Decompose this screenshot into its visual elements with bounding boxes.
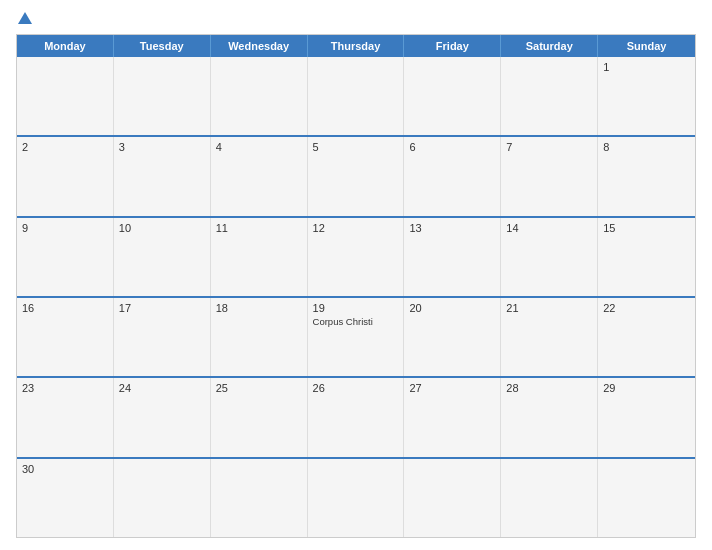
day-number: 17 <box>119 302 205 314</box>
day-number: 28 <box>506 382 592 394</box>
day-number: 5 <box>313 141 399 153</box>
cal-cell-5-4 <box>404 459 501 537</box>
day-number: 6 <box>409 141 495 153</box>
day-number: 4 <box>216 141 302 153</box>
day-number: 23 <box>22 382 108 394</box>
cal-cell-4-0: 23 <box>17 378 114 456</box>
day-number: 14 <box>506 222 592 234</box>
logo-triangle-icon <box>18 12 32 24</box>
cal-cell-1-2: 4 <box>211 137 308 215</box>
cal-cell-4-4: 27 <box>404 378 501 456</box>
cal-cell-2-0: 9 <box>17 218 114 296</box>
page: MondayTuesdayWednesdayThursdayFridaySatu… <box>0 0 712 550</box>
cal-cell-4-5: 28 <box>501 378 598 456</box>
day-number: 16 <box>22 302 108 314</box>
week-row-5: 30 <box>17 457 695 537</box>
cal-cell-2-5: 14 <box>501 218 598 296</box>
day-number: 1 <box>603 61 690 73</box>
cal-cell-4-1: 24 <box>114 378 211 456</box>
week-row-3: 16171819Corpus Christi202122 <box>17 296 695 376</box>
cal-cell-0-1 <box>114 57 211 135</box>
calendar-body: 12345678910111213141516171819Corpus Chri… <box>17 57 695 537</box>
cal-cell-2-1: 10 <box>114 218 211 296</box>
header-day-thursday: Thursday <box>308 35 405 57</box>
day-number: 19 <box>313 302 399 314</box>
cal-cell-0-6: 1 <box>598 57 695 135</box>
cal-cell-0-2 <box>211 57 308 135</box>
cal-cell-3-1: 17 <box>114 298 211 376</box>
day-number: 24 <box>119 382 205 394</box>
week-row-0: 1 <box>17 57 695 135</box>
cal-cell-0-4 <box>404 57 501 135</box>
calendar-header: MondayTuesdayWednesdayThursdayFridaySatu… <box>17 35 695 57</box>
cal-cell-1-3: 5 <box>308 137 405 215</box>
day-number: 13 <box>409 222 495 234</box>
day-number: 26 <box>313 382 399 394</box>
week-row-4: 23242526272829 <box>17 376 695 456</box>
day-number: 27 <box>409 382 495 394</box>
event-label: Corpus Christi <box>313 316 399 327</box>
day-number: 7 <box>506 141 592 153</box>
day-number: 30 <box>22 463 108 475</box>
cal-cell-4-3: 26 <box>308 378 405 456</box>
day-number: 25 <box>216 382 302 394</box>
cal-cell-1-0: 2 <box>17 137 114 215</box>
cal-cell-3-0: 16 <box>17 298 114 376</box>
day-number: 21 <box>506 302 592 314</box>
header-day-friday: Friday <box>404 35 501 57</box>
cal-cell-4-6: 29 <box>598 378 695 456</box>
cal-cell-3-2: 18 <box>211 298 308 376</box>
day-number: 22 <box>603 302 690 314</box>
cal-cell-0-0 <box>17 57 114 135</box>
header-day-sunday: Sunday <box>598 35 695 57</box>
day-number: 2 <box>22 141 108 153</box>
header-day-saturday: Saturday <box>501 35 598 57</box>
day-number: 20 <box>409 302 495 314</box>
cal-cell-2-6: 15 <box>598 218 695 296</box>
cal-cell-2-4: 13 <box>404 218 501 296</box>
cal-cell-1-5: 7 <box>501 137 598 215</box>
cal-cell-1-4: 6 <box>404 137 501 215</box>
header <box>16 12 696 26</box>
day-number: 3 <box>119 141 205 153</box>
day-number: 15 <box>603 222 690 234</box>
cal-cell-5-6 <box>598 459 695 537</box>
cal-cell-4-2: 25 <box>211 378 308 456</box>
day-number: 9 <box>22 222 108 234</box>
cal-cell-5-0: 30 <box>17 459 114 537</box>
header-day-monday: Monday <box>17 35 114 57</box>
cal-cell-5-1 <box>114 459 211 537</box>
day-number: 8 <box>603 141 690 153</box>
cal-cell-5-2 <box>211 459 308 537</box>
cal-cell-1-1: 3 <box>114 137 211 215</box>
cal-cell-2-3: 12 <box>308 218 405 296</box>
day-number: 29 <box>603 382 690 394</box>
cal-cell-3-3: 19Corpus Christi <box>308 298 405 376</box>
cal-cell-0-5 <box>501 57 598 135</box>
cal-cell-1-6: 8 <box>598 137 695 215</box>
cal-cell-3-4: 20 <box>404 298 501 376</box>
cal-cell-3-5: 21 <box>501 298 598 376</box>
day-number: 12 <box>313 222 399 234</box>
cal-cell-5-3 <box>308 459 405 537</box>
day-number: 11 <box>216 222 302 234</box>
logo <box>16 12 32 26</box>
week-row-1: 2345678 <box>17 135 695 215</box>
week-row-2: 9101112131415 <box>17 216 695 296</box>
header-day-wednesday: Wednesday <box>211 35 308 57</box>
day-number: 18 <box>216 302 302 314</box>
day-number: 10 <box>119 222 205 234</box>
cal-cell-2-2: 11 <box>211 218 308 296</box>
cal-cell-5-5 <box>501 459 598 537</box>
cal-cell-3-6: 22 <box>598 298 695 376</box>
cal-cell-0-3 <box>308 57 405 135</box>
calendar: MondayTuesdayWednesdayThursdayFridaySatu… <box>16 34 696 538</box>
header-day-tuesday: Tuesday <box>114 35 211 57</box>
